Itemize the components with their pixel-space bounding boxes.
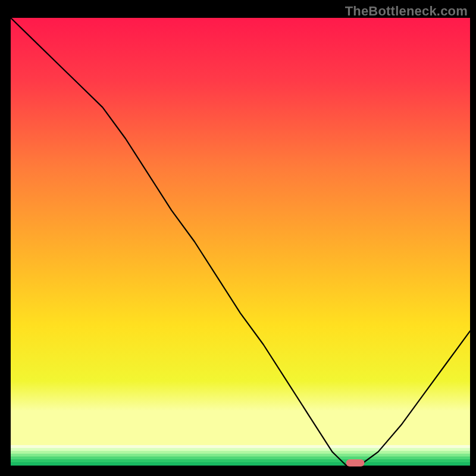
stripe (11, 445, 470, 448)
bottleneck-chart (0, 0, 476, 476)
watermark-text: TheBottleneck.com (345, 4, 468, 19)
stripe (11, 456, 470, 459)
stripe (11, 462, 470, 465)
stripe (11, 448, 470, 451)
stripe (11, 459, 470, 462)
plot-area (11, 18, 470, 466)
stripe (11, 451, 470, 454)
chart-frame: TheBottleneck.com (0, 0, 476, 476)
optimal-marker (346, 459, 365, 466)
bottom-stripes (11, 445, 470, 466)
gradient-background (11, 18, 470, 445)
stripe (11, 454, 470, 457)
